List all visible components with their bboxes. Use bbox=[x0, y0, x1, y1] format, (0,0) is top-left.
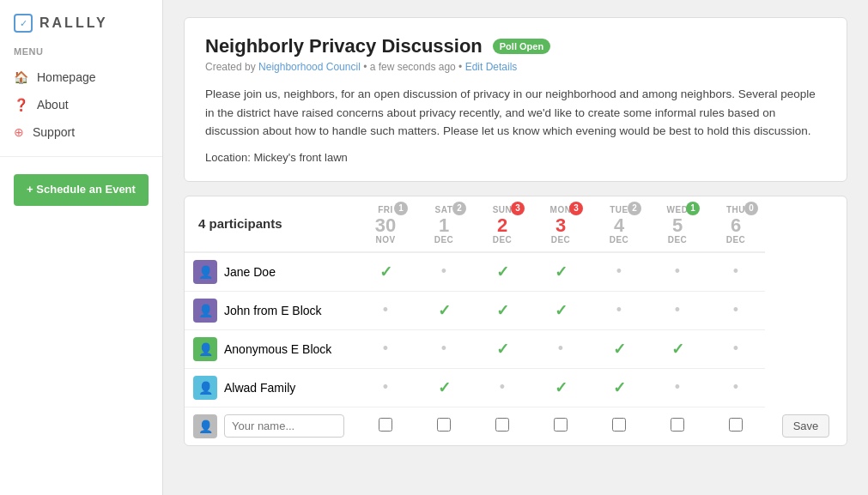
date-header-2: 3 SUN 2 DEC bbox=[473, 196, 531, 252]
event-card: Neighborly Privacy Discussion Poll Open … bbox=[184, 17, 847, 182]
date-header-3: 3 MON 3 DEC bbox=[531, 196, 590, 252]
sidebar: ✓ RALLLY MENU 🏠 Homepage ❓ About ⊕ Suppo… bbox=[0, 0, 163, 495]
poll-card: 4 participants 1 FRI 30 NOV 2 SAT 1 DEC … bbox=[184, 196, 847, 446]
new-vote-cell-0 bbox=[356, 407, 415, 445]
vote-cell: • bbox=[590, 291, 648, 329]
new-vote-cell-2 bbox=[473, 407, 531, 445]
vote-cell: • bbox=[356, 368, 415, 407]
participant-name-cell-2: 👤 Anonymous E Block bbox=[185, 329, 356, 368]
new-vote-checkbox-3[interactable] bbox=[554, 418, 568, 432]
main-content: Neighborly Privacy Discussion Poll Open … bbox=[163, 0, 868, 495]
participant-avatar: 👤 bbox=[193, 337, 217, 361]
poll-badge: Poll Open bbox=[493, 39, 550, 54]
sidebar-item-support[interactable]: ⊕ Support bbox=[0, 118, 162, 146]
sidebar-item-homepage-label: Homepage bbox=[37, 70, 96, 84]
vote-cell: • bbox=[648, 252, 707, 292]
empty-dot: • bbox=[441, 263, 446, 280]
vote-cell: ✓ bbox=[415, 291, 473, 329]
new-vote-cell-1 bbox=[415, 407, 473, 445]
logo-text: RALLLY bbox=[39, 15, 108, 31]
empty-dot: • bbox=[616, 301, 622, 318]
vote-cell: • bbox=[707, 291, 765, 329]
new-vote-checkbox-5[interactable] bbox=[671, 418, 684, 432]
participant-avatar: 👤 bbox=[193, 299, 217, 323]
participant-avatar: 👤 bbox=[193, 376, 217, 400]
new-vote-checkbox-6[interactable] bbox=[729, 418, 743, 432]
new-vote-checkbox-1[interactable] bbox=[437, 418, 451, 432]
event-title: Neighborly Privacy Discussion bbox=[205, 35, 483, 57]
checkmark: ✓ bbox=[555, 263, 568, 281]
empty-dot: • bbox=[383, 301, 388, 318]
empty-dot: • bbox=[733, 263, 738, 280]
date-header-row: 4 participants 1 FRI 30 NOV 2 SAT 1 DEC … bbox=[185, 196, 847, 252]
edit-details-link[interactable]: Edit Details bbox=[465, 61, 518, 73]
vote-cell: ✓ bbox=[531, 252, 590, 292]
empty-dot: • bbox=[558, 340, 563, 357]
schedule-event-button[interactable]: + Schedule an Event bbox=[14, 174, 149, 206]
home-icon: 🏠 bbox=[14, 70, 28, 84]
creator-link[interactable]: Neighborhood Council bbox=[258, 61, 361, 73]
sidebar-item-about[interactable]: ❓ About bbox=[0, 91, 162, 118]
empty-dot: • bbox=[500, 378, 505, 395]
logo-icon: ✓ bbox=[14, 14, 33, 33]
date-header-0: 1 FRI 30 NOV bbox=[356, 196, 415, 252]
vote-cell: • bbox=[415, 252, 473, 292]
vote-cell: • bbox=[707, 252, 765, 292]
event-title-row: Neighborly Privacy Discussion Poll Open bbox=[205, 35, 826, 57]
save-button[interactable]: Save bbox=[782, 414, 830, 438]
date-header-6: 0 THU 6 DEC bbox=[707, 196, 765, 252]
new-vote-checkbox-2[interactable] bbox=[495, 418, 509, 432]
new-vote-cell-4 bbox=[590, 407, 648, 445]
checkmark: ✓ bbox=[555, 379, 568, 396]
vote-cell: ✓ bbox=[356, 252, 415, 292]
event-description: Please join us, neighbors, for an open d… bbox=[205, 85, 826, 141]
name-input-wrapper: 👤 bbox=[193, 414, 351, 438]
participants-body: 👤 Jane Doe ✓•✓✓••• 👤 John from E Block •… bbox=[185, 252, 847, 407]
new-participant-avatar: 👤 bbox=[193, 414, 217, 438]
empty-dot: • bbox=[733, 301, 738, 318]
vote-cell: • bbox=[648, 291, 707, 329]
location-label: Location: bbox=[205, 151, 251, 164]
vote-cell: ✓ bbox=[473, 329, 531, 368]
participant-name-cell-1: 👤 John from E Block bbox=[185, 291, 356, 329]
sidebar-item-homepage[interactable]: 🏠 Homepage bbox=[0, 63, 162, 91]
checkmark: ✓ bbox=[671, 341, 684, 358]
empty-dot: • bbox=[383, 340, 388, 357]
new-vote-checkbox-0[interactable] bbox=[379, 418, 392, 432]
participant-name-cell-0: 👤 Jane Doe bbox=[185, 252, 356, 292]
participant-name-cell-3: 👤 Alwad Family bbox=[185, 368, 356, 407]
empty-dot: • bbox=[616, 263, 622, 280]
new-name-cell: 👤 bbox=[185, 407, 356, 445]
vote-cell: • bbox=[707, 329, 765, 368]
sidebar-divider bbox=[0, 156, 162, 157]
location-value: Mickey's front lawn bbox=[253, 151, 347, 164]
empty-dot: • bbox=[733, 340, 738, 357]
participant-name: John from E Block bbox=[224, 304, 322, 317]
new-vote-cell-6 bbox=[707, 407, 765, 445]
new-vote-cell-5 bbox=[648, 407, 707, 445]
vote-cell: • bbox=[415, 329, 473, 368]
vote-cell: • bbox=[531, 329, 590, 368]
checkmark: ✓ bbox=[496, 302, 509, 319]
table-row: 👤 Anonymous E Block ••✓•✓✓• bbox=[185, 329, 847, 368]
checkmark: ✓ bbox=[438, 379, 451, 396]
sidebar-item-about-label: About bbox=[37, 98, 69, 112]
poll-table: 4 participants 1 FRI 30 NOV 2 SAT 1 DEC … bbox=[185, 196, 847, 445]
event-location: Location: Mickey's front lawn bbox=[205, 151, 826, 164]
table-row: 👤 Alwad Family •✓•✓✓•• bbox=[185, 368, 847, 407]
vote-cell: ✓ bbox=[473, 252, 531, 292]
checkmark: ✓ bbox=[496, 263, 509, 281]
event-meta: Created by Neighborhood Council • a few … bbox=[205, 61, 826, 73]
new-participant-name-input[interactable] bbox=[224, 414, 344, 438]
participants-count: 4 participants bbox=[185, 196, 356, 252]
event-time: a few seconds ago bbox=[370, 61, 456, 73]
vote-cell: • bbox=[356, 291, 415, 329]
participant-name: Alwad Family bbox=[224, 381, 295, 395]
participant-name: Jane Doe bbox=[224, 265, 276, 279]
vote-cell: • bbox=[707, 368, 765, 407]
new-vote-checkbox-4[interactable] bbox=[612, 418, 626, 432]
empty-dot: • bbox=[675, 301, 680, 318]
menu-label: MENU bbox=[0, 46, 162, 63]
checkmark: ✓ bbox=[438, 302, 451, 319]
checkmark: ✓ bbox=[496, 341, 509, 358]
